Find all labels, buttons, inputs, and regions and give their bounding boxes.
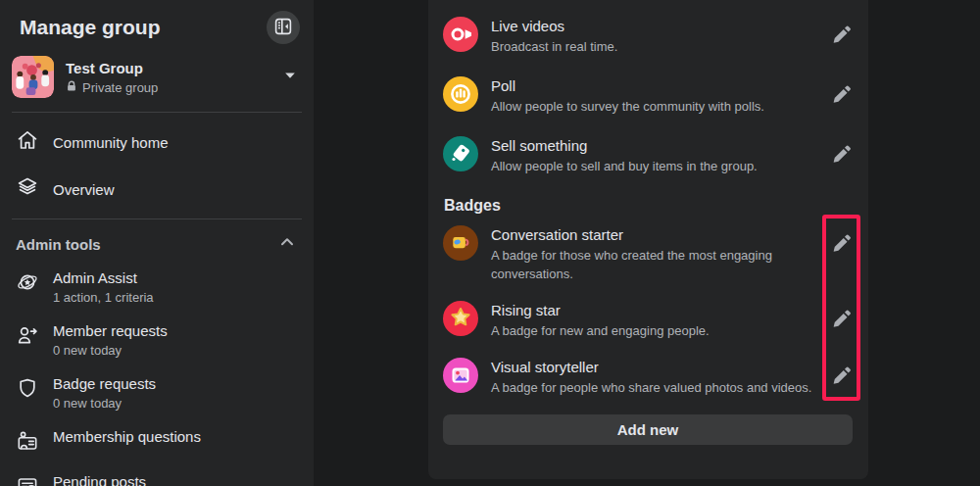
chevron-up-icon (278, 233, 296, 255)
edit-rising-star-button[interactable] (827, 304, 853, 332)
manage-group-page: Manage group (0, 0, 980, 486)
feature-description: Allow people to survey the community wit… (491, 97, 814, 116)
sidebar-item-label: Member requests (53, 322, 168, 339)
edit-sell-something-button[interactable] (827, 139, 853, 168)
badge-row-conversation-starter: Conversation starter A badge for those w… (443, 225, 853, 283)
feature-title: Sell something (491, 136, 814, 156)
badges-section-header: Badges (444, 196, 853, 216)
add-new-badge-button[interactable]: Add new (443, 414, 853, 445)
pencil-icon (829, 316, 851, 330)
member-requests-icon (16, 321, 39, 351)
sidebar-item-label: Pending posts (53, 473, 146, 486)
badge-row-rising-star: Rising star A badge for new and engaging… (443, 301, 853, 340)
visual-storyteller-badge-icon (443, 358, 478, 393)
edit-poll-button[interactable] (827, 79, 853, 108)
sidebar-item-label: Community home (53, 134, 169, 151)
edit-conversation-starter-button[interactable] (827, 228, 853, 257)
admin-tools-header: Admin tools (16, 236, 101, 253)
feature-row-poll: Poll Allow people to survey the communit… (443, 76, 853, 116)
home-icon (16, 128, 39, 156)
pencil-icon (829, 372, 851, 387)
sidebar-item-sublabel: 0 new today (53, 343, 168, 359)
group-avatar (12, 56, 54, 98)
sidebar-item-sublabel: 0 new today (53, 396, 156, 412)
chevron-down-icon (282, 68, 298, 87)
badge-title: Conversation starter (491, 225, 814, 245)
edit-visual-storyteller-button[interactable] (827, 361, 853, 389)
pencil-icon (829, 151, 851, 166)
badge-requests-icon (16, 374, 39, 404)
sidebar-toggle-icon (273, 17, 293, 39)
feature-description: Allow people to sell and buy items in th… (491, 157, 814, 175)
admin-tools-section-toggle[interactable]: Admin tools (0, 219, 314, 261)
feature-title: Live videos (491, 17, 814, 36)
lock-icon (66, 80, 77, 95)
edit-live-videos-button[interactable] (827, 20, 853, 48)
badge-title: Rising star (491, 301, 814, 320)
rising-star-badge-icon (443, 301, 478, 336)
sidebar-item-admin-assist[interactable]: Admin Assist 1 action, 1 criteria (0, 261, 314, 314)
sidebar: Manage group (0, 0, 314, 486)
badge-title: Visual storyteller (491, 358, 814, 377)
pencil-icon (829, 240, 851, 255)
sidebar-item-overview[interactable]: Overview (0, 166, 314, 213)
sidebar-nav: Community home Overview (0, 113, 314, 219)
page-title: Manage group (20, 16, 161, 39)
badge-row-visual-storyteller: Visual storyteller A badge for people wh… (443, 358, 853, 397)
badge-description: A badge for people who share valued phot… (491, 378, 814, 397)
sidebar-item-sublabel: 1 action, 1 criteria (53, 290, 154, 306)
sidebar-item-community-home[interactable]: Community home (0, 119, 314, 166)
sidebar-item-label: Overview (53, 181, 115, 198)
sidebar-item-label: Badge requests (53, 375, 156, 392)
live-video-icon (443, 17, 478, 52)
admin-assist-icon (16, 268, 39, 298)
group-name: Test Group (66, 59, 158, 77)
sidebar-item-membership-questions[interactable]: Membership questions (0, 419, 314, 464)
collapse-sidebar-button[interactable] (267, 11, 300, 44)
membership-questions-icon (16, 427, 39, 457)
feature-row-sell-something: Sell something Allow people to sell and … (443, 136, 853, 175)
group-selector[interactable]: Test Group Private group (0, 52, 314, 112)
group-features-panel: Live videos Broadcast in real time. (428, 0, 868, 479)
sidebar-item-member-requests[interactable]: Member requests 0 new today (0, 314, 314, 366)
sidebar-item-label: Admin Assist (53, 269, 137, 286)
sidebar-item-badge-requests[interactable]: Badge requests 0 new today (0, 366, 314, 419)
sell-tag-icon (443, 136, 478, 171)
pencil-icon (829, 31, 851, 46)
feature-title: Poll (491, 76, 814, 96)
layers-icon (16, 175, 39, 203)
sidebar-item-label: Membership questions (53, 428, 201, 445)
badge-description: A badge for new and engaging people. (491, 321, 814, 340)
poll-icon (443, 76, 478, 112)
sidebar-item-pending-posts[interactable]: Pending posts 0 new today (0, 464, 314, 486)
feature-row-live-videos: Live videos Broadcast in real time. (443, 17, 853, 56)
feature-description: Broadcast in real time. (491, 37, 814, 56)
conversation-starter-badge-icon (443, 225, 478, 261)
pencil-icon (829, 91, 851, 106)
pending-posts-icon (16, 472, 39, 486)
group-privacy-label: Private group (82, 80, 158, 95)
badge-description: A badge for those who created the most e… (491, 246, 814, 283)
